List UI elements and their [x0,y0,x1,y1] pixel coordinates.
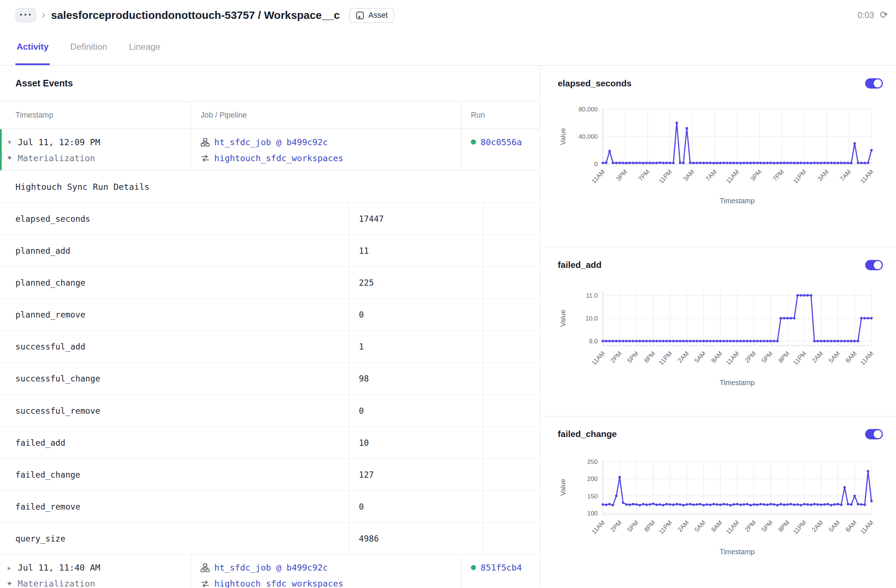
detail-spacer [483,459,539,491]
svg-text:5AM: 5AM [827,519,841,533]
column-header-job-pipeline: Job / Pipeline [191,102,462,128]
toggle-knob [874,430,882,438]
run-link[interactable]: 80c0556a [481,137,522,147]
svg-text:11AM: 11AM [590,350,606,367]
detail-row: failed_remove 0 [0,491,539,522]
pipeline-sync-icon [200,154,209,163]
run-link[interactable]: 851f5cb4 [481,563,522,573]
svg-text:11AM: 11AM [859,350,875,367]
tab-definition[interactable]: Definition [69,30,108,65]
detail-value: 98 [349,363,483,394]
svg-text:2AM: 2AM [810,519,824,533]
svg-text:7PM: 7PM [771,168,785,183]
asset-events-panel: Asset Events Timestamp Job / Pipeline Ru… [0,66,539,588]
asset-events-heading: Asset Events [0,66,539,101]
tab-activity[interactable]: Activity [15,30,49,65]
breadcrumb-menu-button[interactable]: ••• [15,8,36,22]
breadcrumb-chevron-icon: › [42,8,46,21]
svg-text:10.0: 10.0 [585,315,598,322]
detail-value: 10 [349,427,483,459]
svg-text:2AM: 2AM [810,350,824,364]
job-graph-icon [200,563,209,572]
refresh-icon[interactable]: ⟳ [880,10,888,20]
asset-badge-label: Asset [369,11,388,20]
pipeline-link[interactable]: hightouch_sfdc_workspaces [214,153,343,163]
caret-right-icon[interactable]: ▸ [6,564,13,572]
svg-text:40,000: 40,000 [578,133,597,140]
caret-down-icon[interactable]: ▾ [6,138,13,146]
job-link[interactable]: ht_sfdc_job @ b499c92c [214,563,328,573]
svg-text:Timestamp: Timestamp [719,197,755,205]
event-row-expanded: ▾ Jul 11, 12:09 PM ✦ Materialization [0,129,539,170]
svg-text:250: 250 [587,458,598,465]
svg-text:8AM: 8AM [844,519,858,533]
svg-text:8PM: 8PM [777,519,791,533]
svg-text:11PM: 11PM [791,350,808,367]
svg-text:Value: Value [559,479,567,496]
detail-key: planned_remove [0,299,349,330]
detail-spacer [483,522,539,554]
chart-section-elapsed-seconds: elapsed_seconds 11AM3PM7PM11PM3AM7AM11AM… [540,78,896,247]
detail-key: planned_add [0,235,349,267]
svg-text:200: 200 [587,475,598,482]
chart-toggle[interactable] [865,429,883,439]
detail-spacer [483,235,539,267]
svg-text:Value: Value [559,128,567,145]
event-row-collapsed: ▸ Jul 11, 11:40 AM ✦ Materialization [0,554,539,588]
svg-text:8PM: 8PM [643,519,657,533]
detail-value: 0 [349,299,483,330]
svg-text:11AM: 11AM [724,350,740,367]
sync-run-details: Hightouch Sync Run Details elapsed_secon… [0,170,539,554]
svg-text:9.0: 9.0 [589,338,597,345]
job-link[interactable]: ht_sfdc_job @ b499c92c [214,137,328,147]
svg-text:8AM: 8AM [844,350,858,364]
detail-value: 17447 [349,203,483,235]
detail-value: 4986 [349,522,483,554]
asset-badge[interactable]: Asset [349,8,394,23]
detail-row: failed_add 10 [0,427,539,459]
svg-text:11AM: 11AM [590,168,606,185]
detail-key: planned_change [0,267,349,299]
svg-text:0: 0 [594,160,598,168]
refresh-timer: 0:03 [858,10,874,20]
chart-section-failed-change: failed_change 11AM2PM5PM8PM11PM2AM5AM8AM… [540,416,896,588]
chart-toggle[interactable] [865,78,883,88]
detail-spacer [483,491,539,522]
pipeline-link[interactable]: hightouch_sfdc_workspaces [214,579,343,588]
chart-title: failed_add [558,260,602,270]
svg-text:Value: Value [559,309,567,327]
sync-run-details-heading: Hightouch Sync Run Details [0,171,539,203]
svg-text:11PM: 11PM [657,519,674,536]
tab-lineage[interactable]: Lineage [128,30,162,65]
svg-text:8AM: 8AM [710,519,724,533]
chart-toggle[interactable] [865,260,883,270]
metrics-panel: elapsed_seconds 11AM3PM7PM11PM3AM7AM11AM… [539,66,896,588]
event-timestamp: Jul 11, 12:09 PM [18,137,100,147]
event-type: Materialization [18,579,95,588]
svg-text:7PM: 7PM [637,168,651,183]
top-bar: ••• › salesforceproductiondonottouch-537… [0,0,896,30]
detail-spacer [483,299,539,330]
event-timestamp: Jul 11, 11:40 AM [18,563,100,573]
svg-text:11PM: 11PM [657,350,674,367]
svg-text:5PM: 5PM [626,350,640,364]
chart-section-failed-add: failed_add 11AM2PM5PM8PM11PM2AM5AM8AM11A… [540,247,896,416]
materialization-icon: ✦ [6,579,13,588]
svg-text:3PM: 3PM [615,168,629,183]
detail-spacer [483,267,539,299]
pipeline-sync-icon [200,579,209,588]
svg-text:80,000: 80,000 [578,106,597,113]
svg-text:3PM: 3PM [749,168,763,183]
tab-bar: Activity Definition Lineage [0,30,896,66]
toggle-knob [874,261,882,269]
detail-key: successful_change [0,363,349,394]
detail-row: successful_remove 0 [0,395,539,427]
detail-key: failed_remove [0,491,349,522]
svg-text:2PM: 2PM [609,350,623,364]
svg-text:100: 100 [587,510,598,517]
svg-text:11PM: 11PM [791,168,808,185]
svg-text:11AM: 11AM [859,519,875,536]
svg-text:5AM: 5AM [693,350,707,364]
svg-text:5PM: 5PM [760,519,774,533]
svg-text:11AM: 11AM [724,168,740,185]
